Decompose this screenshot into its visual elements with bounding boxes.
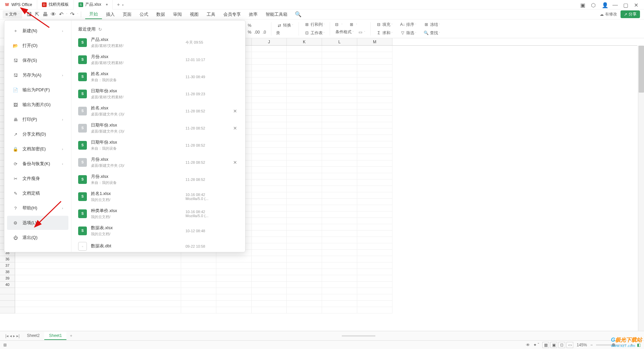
type-icon[interactable]: 类	[275, 30, 281, 36]
recent-file-item[interactable]: S 日期年份.xlsx桌面/素材/文档素材/ 11-28 09:23	[71, 85, 245, 102]
column-header[interactable]: M	[357, 38, 392, 45]
changes-indicator[interactable]: ☁ 有修改	[600, 11, 617, 17]
user-avatar-icon[interactable]: 👤	[602, 2, 607, 7]
filter-button[interactable]: ▽筛选ˇ	[398, 30, 418, 37]
minimize-icon[interactable]: ―	[612, 2, 618, 7]
cell-style-icon[interactable]: ▭	[358, 30, 363, 35]
recent-file-item[interactable]: S 数据表.xlsx我的云文档/ 10-12 08:48	[71, 222, 245, 239]
file-menu-item[interactable]: ✎文档定稿	[7, 186, 68, 200]
freeze-button[interactable]: ⊞冻结ˇ	[422, 21, 441, 28]
zoom-label[interactable]: 145%	[577, 343, 587, 347]
tab-add-button[interactable]: ＋▾	[113, 2, 127, 8]
file-menu-item[interactable]: ⏻退出(Q)	[7, 231, 68, 245]
eye-icon[interactable]: 👁	[526, 343, 530, 347]
recent-file-item[interactable]: S 种类单价.xlsx我的云文档/ 10-16 08:42Mozilla/5.0…	[71, 205, 245, 222]
remove-recent-icon[interactable]: ✕	[232, 159, 238, 166]
ribbon-tab-智能工具箱[interactable]: 智能工具箱	[262, 9, 291, 19]
ribbon-tab-审阅[interactable]: 审阅	[169, 9, 186, 19]
search-icon[interactable]: 🔍	[291, 11, 305, 17]
cube-icon[interactable]: ⬡	[591, 2, 596, 7]
view-normal-icon[interactable]: ▦	[542, 342, 549, 348]
worksheet-button[interactable]: ⊡工作表ˇ	[303, 30, 326, 37]
settings-icon[interactable]: ✦ ˇ	[533, 343, 539, 347]
recent-file-item[interactable]: S 月份.xlsx桌面/素材/文档素材/ 12-01 10:17	[71, 51, 245, 68]
recent-file-item[interactable]: S 日期年份.xlsx来自：我的设备 11-28 08:52	[71, 137, 245, 154]
row-header[interactable]: 39	[0, 275, 15, 282]
row-header[interactable]	[0, 294, 15, 301]
file-menu-item[interactable]: 📂打开(O)	[7, 39, 68, 53]
file-menu-item[interactable]: 🖫另存为(A)›	[7, 68, 68, 82]
sort-button[interactable]: A↓排序ˇ	[398, 21, 418, 28]
layout-icon[interactable]: ▣	[580, 2, 586, 7]
border-icon[interactable]: ⊞	[349, 22, 354, 27]
recent-file-item[interactable]: S 月份.xlsx桌面/新建文件夹 (3)/ 11-28 08:52 ✕	[71, 154, 245, 171]
ribbon-tab-页面[interactable]: 页面	[119, 9, 136, 19]
row-header[interactable]	[0, 307, 15, 313]
remove-recent-icon[interactable]: ✕	[232, 125, 238, 132]
ribbon-tab-公式[interactable]: 公式	[136, 9, 152, 19]
file-menu-item[interactable]: ⚙选项(L)	[7, 216, 68, 230]
recent-file-item[interactable]: S 产品.xlsx桌面/素材/文档素材/ 今天 09:55	[71, 34, 245, 51]
file-menu-item[interactable]: 📄输出为PDF(F)	[7, 83, 68, 97]
ribbon-tab-会员专享[interactable]: 会员专享	[219, 9, 245, 19]
view-reading-icon[interactable]: ▭	[567, 342, 573, 348]
sheet-nav[interactable]: |◂◂▸▸|	[3, 334, 22, 338]
row-header[interactable]	[0, 288, 15, 294]
recent-file-item[interactable]: S 姓名1.xlsx我的云文档/ 10-16 08:42Mozilla/5.0 …	[71, 188, 245, 205]
file-menu-button[interactable]: ≡ 文件 ˇ	[3, 10, 22, 18]
save-icon[interactable]: 🖫	[26, 11, 32, 17]
comma-icon[interactable]: %	[247, 30, 252, 35]
dec-decimal-icon[interactable]: .0	[262, 30, 267, 35]
sum-button[interactable]: Σ求和ˇ	[375, 30, 394, 37]
row-header[interactable]: 38	[0, 269, 15, 275]
ribbon-tab-效率[interactable]: 效率	[245, 9, 262, 19]
merge-icon[interactable]: ⊟	[334, 22, 339, 27]
row-header[interactable]	[0, 301, 15, 307]
close-icon[interactable]: ✕	[634, 2, 639, 7]
mode-icon[interactable]: ⊞	[3, 343, 7, 347]
ribbon-tab-插入[interactable]: 插入	[102, 9, 119, 19]
print-icon[interactable]: 🖶	[42, 11, 48, 17]
preview-icon[interactable]: 👁	[50, 11, 56, 17]
file-menu-item[interactable]: ?帮助(H)›	[7, 201, 68, 215]
ribbon-tab-视图[interactable]: 视图	[186, 9, 203, 19]
redo-icon[interactable]: ↷	[69, 11, 75, 17]
undo-icon[interactable]: ↶	[58, 11, 64, 17]
remove-recent-icon[interactable]: ✕	[232, 108, 238, 114]
ribbon-tab-工具[interactable]: 工具	[203, 9, 219, 19]
file-menu-item[interactable]: ↗分享文档(D)	[7, 127, 68, 141]
ribbon-tab-数据[interactable]: 数据	[152, 9, 169, 19]
view-break-icon[interactable]: ⊡	[558, 342, 565, 348]
file-menu-item[interactable]: 🔒文档加密(E)›	[7, 142, 68, 156]
inc-decimal-icon[interactable]: .00	[254, 30, 260, 35]
tab-templates[interactable]: D 找稻壳模板	[37, 0, 74, 9]
file-menu-item[interactable]: 🖶打印(P)›	[7, 112, 68, 127]
row-header[interactable]: 37	[0, 262, 15, 269]
row-header[interactable]: 36	[0, 256, 15, 262]
file-menu-item[interactable]: ✂文件瘦身	[7, 171, 68, 186]
recent-file-item[interactable]: S 月份.xlsx来自：我的设备 11-28 08:52	[71, 171, 245, 188]
refresh-icon[interactable]: ↻	[98, 27, 102, 32]
column-header[interactable]: K	[287, 38, 322, 45]
condformat-button[interactable]: 条件格式ˇ ▭ˇ	[334, 29, 366, 36]
percent-icon[interactable]: %	[247, 23, 252, 28]
zoom-out-button[interactable]: −	[590, 343, 593, 347]
tab-document[interactable]: S 产品.xlsx	[74, 0, 113, 9]
sheet-tab[interactable]: Sheet1	[44, 332, 66, 340]
share-button[interactable]: ↗ 分享	[621, 10, 640, 18]
row-header[interactable]: 40	[0, 282, 15, 288]
column-header[interactable]: L	[322, 38, 357, 45]
fill-button[interactable]: ⊟填充ˇ	[375, 21, 394, 28]
view-page-icon[interactable]: ▣	[550, 342, 557, 348]
sheet-tab[interactable]: Sheet2	[22, 332, 44, 340]
maximize-icon[interactable]: ▢	[623, 2, 629, 7]
export-icon[interactable]: ⇱	[34, 11, 40, 17]
file-menu-item[interactable]: ＋新建(N)›	[7, 24, 68, 38]
tab-wps[interactable]: W WPS Office	[0, 0, 37, 9]
recent-file-item[interactable]: S 姓名.xlsx桌面/新建文件夹 (3)/ 11-28 08:52 ✕	[71, 102, 245, 119]
file-menu-item[interactable]: 🖼输出为图片(G)	[7, 98, 68, 112]
add-sheet-button[interactable]: ＋	[66, 333, 76, 339]
rowcol-button[interactable]: ⊞行和列ˇ	[303, 21, 326, 28]
recent-file-item[interactable]: ▫ 数据表.dbt 09-22 10:58	[71, 239, 245, 252]
convert-button[interactable]: ⇄转换ˇ	[275, 22, 294, 29]
